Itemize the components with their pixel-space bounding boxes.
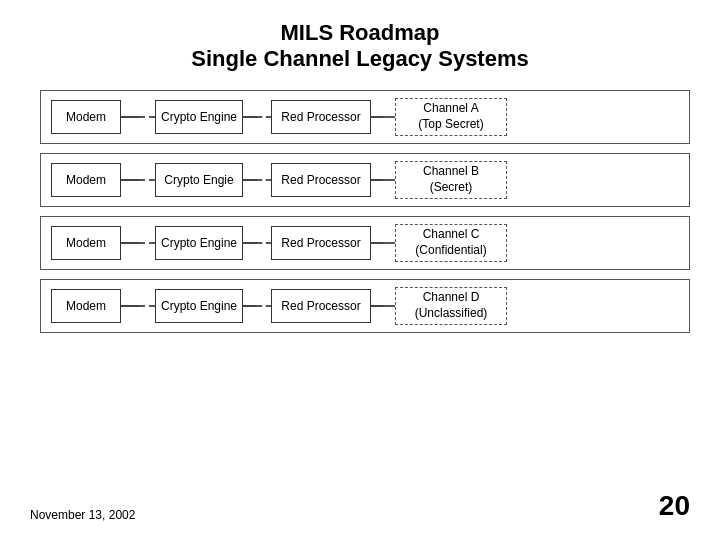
red-processor-box: Red Processor	[271, 289, 371, 323]
diagram-section: ModemCrypto EngineRed ProcessorChannel A…	[40, 90, 690, 333]
diagram-row: ModemCrypto EngineRed ProcessorChannel D…	[40, 279, 690, 333]
connector-line-1	[121, 116, 139, 118]
connector-line-3	[371, 242, 383, 244]
red-processor-box: Red Processor	[271, 163, 371, 197]
channel-label-line2: (Secret)	[430, 180, 473, 196]
connector-line-1	[121, 242, 139, 244]
channel-box: Channel C(Confidential)	[395, 224, 507, 262]
dot-connector-2	[257, 305, 271, 307]
diagram-row: ModemCrypto EngineRed ProcessorChannel C…	[40, 216, 690, 270]
dot-connector-1	[139, 305, 155, 307]
connector-line-1	[121, 305, 139, 307]
connector-line-2	[243, 305, 257, 307]
modem-box: Modem	[51, 226, 121, 260]
modem-box: Modem	[51, 100, 121, 134]
channel-box: Channel D(Unclassified)	[395, 287, 507, 325]
diagram-row: ModemCrypto EngieRed ProcessorChannel B(…	[40, 153, 690, 207]
dot-connector-3	[383, 179, 395, 181]
red-processor-box: Red Processor	[271, 226, 371, 260]
diagram-row: ModemCrypto EngineRed ProcessorChannel A…	[40, 90, 690, 144]
red-processor-box: Red Processor	[271, 100, 371, 134]
crypto-box: Crypto Engine	[155, 289, 243, 323]
crypto-box: Crypto Engine	[155, 100, 243, 134]
channel-box: Channel B(Secret)	[395, 161, 507, 199]
dot-connector-3	[383, 116, 395, 118]
dot-connector-1	[139, 179, 155, 181]
channel-label-line1: Channel B	[423, 164, 479, 180]
channel-label-line2: (Confidential)	[415, 243, 486, 259]
dot-connector-2	[257, 116, 271, 118]
dot-connector-3	[383, 305, 395, 307]
modem-box: Modem	[51, 163, 121, 197]
crypto-box: Crypto Engine	[155, 226, 243, 260]
page: MILS Roadmap Single Channel Legacy Syste…	[0, 0, 720, 540]
footer-page: 20	[659, 490, 690, 522]
channel-label-line1: Channel C	[423, 227, 480, 243]
channel-label-line1: Channel A	[423, 101, 478, 117]
footer-date: November 13, 2002	[30, 508, 135, 522]
connector-line-1	[121, 179, 139, 181]
dot-connector-1	[139, 242, 155, 244]
connector-line-3	[371, 305, 383, 307]
channel-label-line2: (Top Secret)	[418, 117, 483, 133]
connector-line-2	[243, 116, 257, 118]
title-block: MILS Roadmap Single Channel Legacy Syste…	[30, 20, 690, 72]
modem-box: Modem	[51, 289, 121, 323]
connector-line-3	[371, 116, 383, 118]
dot-connector-3	[383, 242, 395, 244]
channel-box: Channel A(Top Secret)	[395, 98, 507, 136]
footer: November 13, 2002 20	[30, 490, 690, 522]
dot-connector-1	[139, 116, 155, 118]
crypto-box: Crypto Engie	[155, 163, 243, 197]
dot-connector-2	[257, 242, 271, 244]
title-line2: Single Channel Legacy Systems	[30, 46, 690, 72]
channel-label-line2: (Unclassified)	[415, 306, 488, 322]
title-line1: MILS Roadmap	[30, 20, 690, 46]
connector-line-2	[243, 179, 257, 181]
channel-label-line1: Channel D	[423, 290, 480, 306]
dot-connector-2	[257, 179, 271, 181]
connector-line-3	[371, 179, 383, 181]
connector-line-2	[243, 242, 257, 244]
